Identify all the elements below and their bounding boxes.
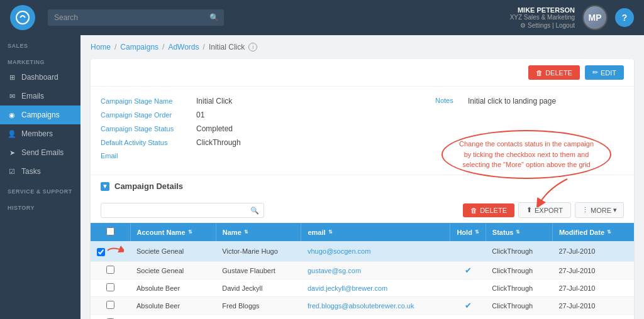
col-hold: Hold ⇅ (450, 223, 486, 241)
more-dots-icon: ⋮ (582, 206, 589, 214)
notes-section: Notes Initial click to landing page (435, 97, 624, 165)
logo (10, 5, 35, 30)
sort-icon-name[interactable]: ⇅ (244, 229, 248, 235)
hold-check: ✔ (465, 301, 472, 310)
col-account-name: Account Name ⇅ (130, 223, 216, 241)
grid-search-input[interactable] (101, 203, 264, 218)
sidebar-item-send-emails[interactable]: ➤ Send Emails (0, 143, 80, 162)
sort-icon-email[interactable]: ⇅ (328, 229, 333, 235)
form-row-order: Campaign Stage Order 01 (101, 111, 423, 119)
email-link[interactable]: david.jeckyll@brewer.com (308, 284, 387, 292)
delete-button[interactable]: 🗑 DELETE (528, 65, 580, 80)
grid-search-icon: 🔍 (250, 206, 259, 214)
data-table: Account Name ⇅ Name ⇅ email ⇅ Hold ⇅ (91, 223, 634, 319)
row-hold: ✔ (450, 297, 486, 315)
row-checkbox[interactable] (106, 266, 114, 274)
row-checkbox-cell (91, 315, 130, 320)
row-status (486, 315, 552, 320)
row-modified: 27-Jul-2010 (552, 297, 634, 315)
search-bar: 🔍 (48, 9, 224, 26)
row-account: Absolute Beer (130, 315, 216, 320)
avatar-placeholder: MP (584, 6, 606, 29)
content-area: Home / Campaigns / AdWords / Initial Cli… (80, 35, 644, 319)
breadcrumb-adwords[interactable]: AdWords (168, 43, 199, 51)
hold-check: ✔ (465, 266, 472, 275)
card-toolbar: 🗑 DELETE ✏ EDIT (91, 59, 634, 87)
breadcrumb-sep2: / (162, 43, 164, 51)
value-stage-order: 01 (196, 111, 204, 119)
email-link[interactable]: fred.bloggs@absolutebrewer.co.uk (308, 302, 414, 310)
col-checkbox (91, 223, 130, 241)
search-icon: 🔍 (209, 13, 219, 22)
sort-icon-modified[interactable]: ⇅ (607, 229, 611, 235)
sort-icon-hold[interactable]: ⇅ (475, 229, 479, 235)
value-stage-name: Initial Click (196, 97, 232, 105)
edit-icon: ✏ (592, 68, 598, 77)
email-link[interactable]: vhugo@socgen.com (308, 247, 370, 255)
send-emails-icon: ➤ (8, 148, 16, 157)
row-name: Gustave Flaubert (216, 262, 301, 279)
email-link[interactable]: gustave@sg.com (308, 267, 361, 274)
sidebar-item-members[interactable]: 👤 Members (0, 124, 80, 143)
grid-search-bar: 🔍 (101, 203, 264, 218)
grid-delete-button[interactable]: 🗑 DELETE (463, 203, 514, 217)
sidebar-item-campaigns[interactable]: ◉ Campaigns (0, 105, 80, 124)
grid-toolbar-right: Change the contacts status in the campai… (463, 202, 624, 218)
grid-more-button[interactable]: ⋮ MORE ▾ (575, 202, 624, 218)
select-all-checkbox[interactable] (106, 227, 114, 235)
info-icon[interactable]: i (248, 43, 257, 51)
row-checkbox[interactable] (97, 248, 105, 256)
sidebar-item-emails[interactable]: ✉ Emails (0, 87, 80, 105)
edit-button[interactable]: ✏ EDIT (585, 65, 624, 80)
row-hold (450, 315, 486, 320)
table-row: Societe GenealVictor-Marie Hugovhugo@soc… (91, 241, 634, 262)
row-checkbox[interactable] (106, 301, 114, 309)
dashboard-icon: ⊞ (8, 73, 16, 82)
search-input[interactable] (48, 9, 224, 26)
avatar: MP (582, 5, 608, 30)
row-checkbox-cell (91, 279, 130, 297)
delete-icon: 🗑 (536, 69, 543, 77)
col-email: email ⇅ (301, 223, 450, 241)
svg-point-0 (16, 11, 29, 24)
row-modified: 27-Jul-2010 (552, 279, 634, 297)
label-stage-status: Campaign Stage Status (101, 125, 189, 132)
breadcrumb-home[interactable]: Home (91, 43, 111, 51)
row-name: David Jeckyll (216, 279, 301, 297)
label-stage-order: Campaign Stage Order (101, 111, 189, 119)
label-email: Email (101, 152, 189, 160)
notes-label: Notes (435, 97, 460, 165)
sidebar-item-dashboard[interactable]: ⊞ Dashboard (0, 68, 80, 87)
row-name: Fred Bloggs (216, 297, 301, 315)
sidebar-label-members: Members (21, 129, 53, 138)
main-layout: SALES MARKETING ⊞ Dashboard ✉ Emails ◉ C… (0, 35, 644, 319)
row-email: harry.hyde@absolutebrewer.co.uk (301, 315, 450, 320)
row-hold: ✔ (450, 262, 486, 279)
sidebar-section-history: HISTORY (0, 197, 80, 214)
breadcrumb-campaigns[interactable]: Campaigns (120, 43, 158, 51)
sidebar-item-tasks[interactable]: ☑ Tasks (0, 162, 80, 181)
section-label: Campaign Details (114, 181, 183, 191)
campaigns-icon: ◉ (8, 111, 16, 119)
table-header-row: Account Name ⇅ Name ⇅ email ⇅ Hold ⇅ (91, 223, 634, 241)
top-nav: 🔍 MIKE PETERSON XYZ Sales & Marketing ⚙ … (0, 0, 644, 35)
breadcrumb-current: Initial Click (209, 43, 245, 51)
settings-link[interactable]: Settings (528, 22, 550, 29)
section-toggle[interactable]: ▼ (101, 182, 109, 191)
row-checkbox[interactable] (106, 283, 114, 291)
logout-link[interactable]: Logout (555, 22, 575, 29)
tasks-icon: ☑ (8, 167, 16, 176)
sidebar-section-service: SERVICE & SUPPORT (0, 181, 80, 197)
grid-export-button[interactable]: ⬆ EXPORT (518, 202, 571, 218)
sort-icon-status[interactable]: ⇅ (516, 229, 520, 235)
user-links: ⚙ Settings | Logout (510, 22, 575, 29)
sort-icon-account[interactable]: ⇅ (188, 229, 192, 235)
sidebar-label-emails: Emails (21, 92, 44, 100)
row-modified: 27-Jul-2010 (552, 262, 634, 279)
help-button[interactable]: ? (615, 8, 634, 27)
row-checkbox-cell (91, 262, 130, 279)
row-hold (450, 241, 486, 262)
form-row-email: Email (101, 152, 423, 160)
sidebar-label-send-emails: Send Emails (21, 148, 64, 157)
breadcrumb: Home / Campaigns / AdWords / Initial Cli… (91, 43, 634, 51)
